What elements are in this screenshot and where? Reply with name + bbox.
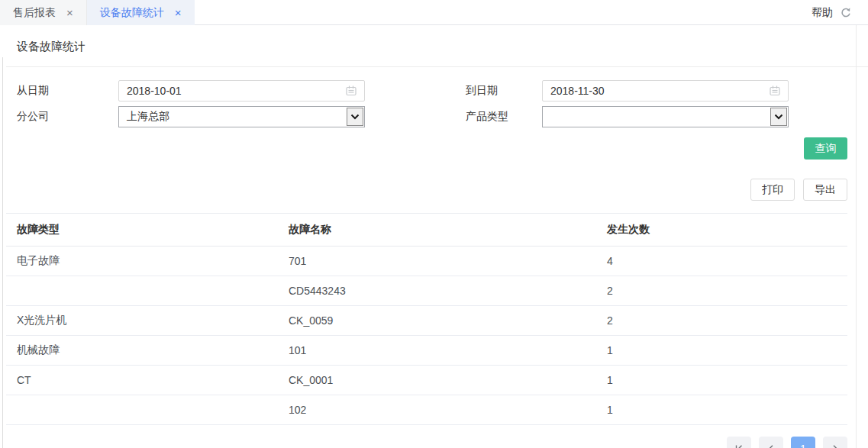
table-cell: CD5443243 — [278, 276, 596, 306]
tab-bar: 售后报表 × 设备故障统计 × 帮助 — [0, 0, 868, 25]
table-cell: CK_0001 — [278, 366, 596, 395]
table-cell: 102 — [278, 395, 596, 425]
column-header-failure-type: 故障类型 — [6, 214, 278, 247]
table-cell: 电子故障 — [6, 247, 278, 276]
export-button[interactable]: 导出 — [803, 179, 847, 201]
branch-select[interactable]: 上海总部 — [118, 106, 365, 127]
table-cell: CT — [6, 366, 278, 395]
chevron-down-icon[interactable] — [347, 108, 363, 126]
tab-device-failure-stats[interactable]: 设备故障统计 × — [87, 0, 195, 25]
table-row: 机械故障 101 1 — [6, 336, 847, 366]
print-button[interactable]: 打印 — [750, 179, 795, 201]
branch-select-value: 上海总部 — [127, 110, 346, 124]
product-type-label: 产品类型 — [466, 110, 542, 124]
from-date-value: 2018-10-01 — [127, 85, 344, 97]
table-row: CD5443243 2 — [6, 276, 847, 306]
table-cell: 4 — [596, 247, 847, 276]
calendar-icon[interactable] — [344, 84, 358, 98]
to-date-value: 2018-11-30 — [550, 85, 768, 97]
table-cell: X光洗片机 — [6, 306, 278, 336]
table-cell: 1 — [596, 336, 847, 366]
table-cell — [6, 395, 278, 425]
current-page-button[interactable]: 1 — [791, 437, 815, 448]
page-title: 设备故障统计 — [17, 40, 868, 54]
refresh-icon[interactable] — [840, 7, 852, 19]
panel-right-edge — [856, 25, 857, 448]
table-cell: 1 — [596, 395, 847, 425]
table-row: 电子故障 701 4 — [6, 247, 847, 276]
table-cell: CK_0059 — [278, 306, 596, 336]
table-cell: 机械故障 — [6, 336, 278, 366]
table-cell: 101 — [278, 336, 596, 366]
help-link[interactable]: 帮助 — [812, 6, 833, 20]
first-page-button[interactable] — [727, 437, 751, 448]
column-header-occurrences: 发生次数 — [596, 214, 847, 247]
table-row: 102 1 — [6, 395, 847, 425]
calendar-icon[interactable] — [768, 84, 782, 98]
divider — [6, 66, 868, 67]
panel-left-edge — [2, 57, 3, 448]
close-icon[interactable]: × — [66, 7, 73, 18]
close-icon[interactable]: × — [175, 7, 182, 18]
tab-label: 设备故障统计 — [100, 6, 164, 20]
product-type-select[interactable] — [542, 106, 789, 127]
branch-label: 分公司 — [17, 110, 118, 124]
prev-page-button[interactable] — [759, 437, 783, 448]
table-cell — [6, 276, 278, 306]
table-cell: 2 — [596, 306, 847, 336]
filter-form: 从日期 2018-10-01 到日期 2018-11-30 — [0, 80, 868, 127]
query-button[interactable]: 查询 — [804, 137, 847, 160]
pagination: 1 — [0, 437, 847, 448]
next-page-button[interactable] — [823, 437, 847, 448]
table-row: CT CK_0001 1 — [6, 366, 847, 395]
from-date-input[interactable]: 2018-10-01 — [118, 80, 365, 102]
table-header-row: 故障类型 故障名称 发生次数 — [6, 214, 847, 247]
table-cell: 2 — [596, 276, 847, 306]
failure-stats-table: 故障类型 故障名称 发生次数 电子故障 701 4 CD5443243 2 X光… — [6, 213, 847, 425]
table-cell: 701 — [278, 247, 596, 276]
tab-after-sales-report[interactable]: 售后报表 × — [0, 0, 87, 25]
from-date-label: 从日期 — [17, 84, 118, 98]
chevron-down-icon[interactable] — [770, 108, 787, 126]
column-header-failure-name: 故障名称 — [278, 214, 596, 247]
table-cell: 1 — [596, 366, 847, 395]
tab-label: 售后报表 — [13, 6, 56, 20]
to-date-label: 到日期 — [466, 84, 542, 98]
to-date-input[interactable]: 2018-11-30 — [542, 80, 789, 102]
table-row: X光洗片机 CK_0059 2 — [6, 306, 847, 336]
